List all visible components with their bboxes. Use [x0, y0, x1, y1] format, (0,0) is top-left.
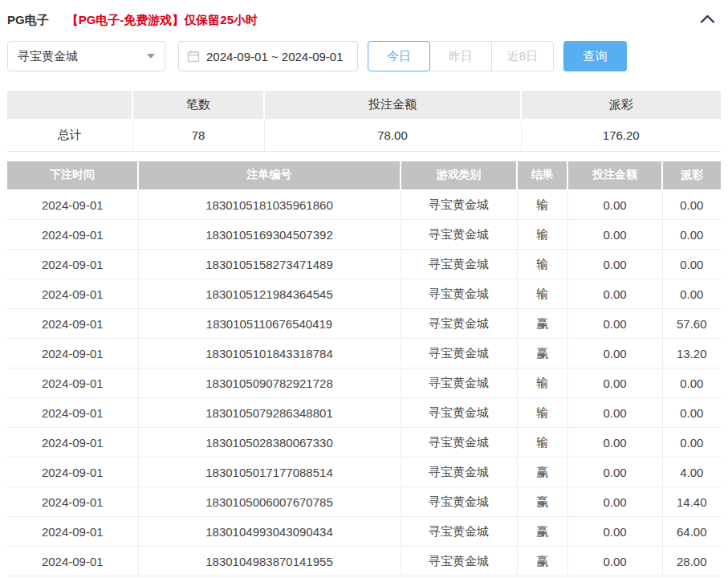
payout-cell: 57.60 — [662, 309, 721, 339]
result-cell: 输 — [517, 279, 567, 309]
summary-header-payout: 派彩 — [521, 91, 721, 120]
game-select[interactable]: 寻宝黄金城 — [7, 41, 165, 71]
bet-time-cell: 2024-09-01 — [7, 190, 138, 220]
game-type-cell: 寻宝黄金城 — [401, 398, 517, 428]
page-title: PG电子 — [7, 13, 49, 28]
order-id-cell: 1830105079286348801 — [138, 398, 401, 428]
bet-amount-cell: 0.00 — [567, 458, 662, 487]
order-id-cell: 1830105017177088514 — [138, 458, 401, 487]
bet-amount-cell: 0.00 — [567, 547, 662, 576]
summary-total-payout: 176.20 — [521, 120, 721, 151]
filter-bar: 寻宝黄金城 2024-09-01 ~ 2024-09-01 今日昨日近8日 查询 — [7, 41, 721, 71]
summary-total-bet-amount: 78.00 — [264, 120, 521, 151]
game-type-cell: 寻宝黄金城 — [401, 250, 517, 279]
bet-amount-cell: 0.00 — [567, 368, 662, 398]
summary-table: 笔数 投注金额 派彩 总计 78 78.00 176.20 — [7, 91, 721, 152]
payout-cell: 0.00 — [662, 398, 721, 428]
bet-time-cell: 2024-09-01 — [7, 220, 138, 250]
bet-amount-cell: 0.00 — [567, 190, 662, 220]
order-id-cell: 1830105181035961860 — [138, 190, 401, 220]
summary-total-label: 总计 — [7, 120, 132, 151]
order-id-cell: 1830105110676540419 — [138, 309, 401, 339]
table-row: 2024-09-011830105121984364545寻宝黄金城输0.000… — [7, 279, 721, 309]
payout-cell: 28.00 — [662, 547, 721, 576]
order-id-cell: 1830105101843318784 — [138, 339, 401, 368]
notice-text: 【PG电子-免费游戏】仅保留25小时 — [67, 13, 258, 28]
quick-range-yesterday-button[interactable]: 昨日 — [429, 41, 492, 71]
table-row: 2024-09-011830105028380067330寻宝黄金城输0.000… — [7, 428, 721, 458]
summary-total-row: 总计 78 78.00 176.20 — [7, 120, 721, 151]
calendar-icon — [187, 50, 200, 63]
summary-header-bet-amount: 投注金额 — [264, 91, 521, 120]
table-row: 2024-09-011830105101843318784寻宝黄金城赢0.001… — [7, 339, 721, 368]
payout-cell: 0.00 — [662, 428, 721, 458]
table-row: 2024-09-011830105006007670785寻宝黄金城赢0.001… — [7, 487, 721, 517]
quick-range-last8days-button[interactable]: 近8日 — [491, 41, 554, 71]
game-type-cell: 寻宝黄金城 — [401, 517, 517, 547]
bet-amount-cell: 0.00 — [567, 220, 662, 250]
table-row: 2024-09-011830105158273471489寻宝黄金城输0.000… — [7, 250, 721, 279]
bet-time-cell: 2024-09-01 — [7, 487, 138, 517]
order-id-cell: 1830105121984364545 — [138, 279, 401, 309]
table-row: 2024-09-011830105169304507392寻宝黄金城输0.000… — [7, 220, 721, 250]
game-select-value: 寻宝黄金城 — [18, 49, 78, 64]
records-tbody: 2024-09-011830105181035961860寻宝黄金城输0.000… — [7, 190, 721, 576]
table-row: 2024-09-011830105090782921728寻宝黄金城输0.000… — [7, 368, 721, 398]
bet-time-cell: 2024-09-01 — [7, 517, 138, 547]
bet-time-cell: 2024-09-01 — [7, 250, 138, 279]
result-cell: 输 — [517, 190, 567, 220]
chevron-up-icon — [700, 13, 715, 27]
table-row: 2024-09-011830105017177088514寻宝黄金城赢0.004… — [7, 458, 721, 487]
summary-header-count: 笔数 — [132, 91, 264, 120]
bet-time-cell: 2024-09-01 — [7, 279, 138, 309]
game-type-cell: 寻宝黄金城 — [401, 339, 517, 368]
pg-records-panel: PG电子 【PG电子-免费游戏】仅保留25小时 寻宝黄金城 — [0, 0, 728, 578]
bet-amount-cell: 0.00 — [567, 250, 662, 279]
payout-cell: 4.00 — [662, 458, 721, 487]
table-row: 2024-09-011830104993043090434寻宝黄金城赢0.006… — [7, 517, 721, 547]
col-header-payout: 派彩 — [662, 161, 721, 190]
col-header-order-id: 注单编号 — [138, 161, 401, 190]
result-cell: 赢 — [517, 487, 567, 517]
col-header-bet-amount: 投注金额 — [567, 161, 662, 190]
bet-time-cell: 2024-09-01 — [7, 398, 138, 428]
date-range-input[interactable]: 2024-09-01 ~ 2024-09-01 — [178, 41, 358, 71]
summary-header-row: 笔数 投注金额 派彩 — [7, 91, 721, 120]
records-table: 下注时间 注单编号 游戏类别 结果 投注金额 派彩 2024-09-011830… — [7, 161, 721, 577]
order-id-cell: 1830105158273471489 — [138, 250, 401, 279]
game-type-cell: 寻宝黄金城 — [401, 368, 517, 398]
order-id-cell: 1830105006007670785 — [138, 487, 401, 517]
col-header-result: 结果 — [517, 161, 567, 190]
search-button[interactable]: 查询 — [563, 41, 627, 71]
table-row: 2024-09-011830105110676540419寻宝黄金城赢0.005… — [7, 309, 721, 339]
summary-header-empty — [7, 91, 132, 120]
order-id-cell: 1830104993043090434 — [138, 517, 401, 547]
result-cell: 输 — [517, 220, 567, 250]
collapse-panel-button[interactable] — [700, 13, 715, 27]
payout-cell: 0.00 — [662, 220, 721, 250]
payout-cell: 64.00 — [662, 517, 721, 547]
col-header-game-type: 游戏类别 — [401, 161, 517, 190]
bet-amount-cell: 0.00 — [567, 487, 662, 517]
game-type-cell: 寻宝黄金城 — [401, 279, 517, 309]
bet-amount-cell: 0.00 — [567, 279, 662, 309]
result-cell: 赢 — [517, 339, 567, 368]
bet-time-cell: 2024-09-01 — [7, 309, 138, 339]
quick-range-today-button[interactable]: 今日 — [368, 41, 430, 71]
game-type-cell: 寻宝黄金城 — [401, 458, 517, 487]
records-header-row: 下注时间 注单编号 游戏类别 结果 投注金额 派彩 — [7, 161, 721, 190]
bet-time-cell: 2024-09-01 — [7, 547, 138, 576]
result-cell: 赢 — [517, 309, 567, 339]
game-type-cell: 寻宝黄金城 — [401, 190, 517, 220]
game-type-cell: 寻宝黄金城 — [401, 220, 517, 250]
result-cell: 输 — [517, 250, 567, 279]
result-cell: 输 — [517, 428, 567, 458]
order-id-cell: 1830105169304507392 — [138, 220, 401, 250]
order-id-cell: 1830104983870141955 — [138, 547, 401, 576]
payout-cell: 0.00 — [662, 279, 721, 309]
col-header-bet-time: 下注时间 — [7, 161, 138, 190]
panel-header: PG电子 【PG电子-免费游戏】仅保留25小时 — [0, 0, 728, 31]
bet-time-cell: 2024-09-01 — [7, 458, 138, 487]
quick-range-group: 今日昨日近8日 — [368, 41, 554, 71]
payout-cell: 0.00 — [662, 190, 721, 220]
